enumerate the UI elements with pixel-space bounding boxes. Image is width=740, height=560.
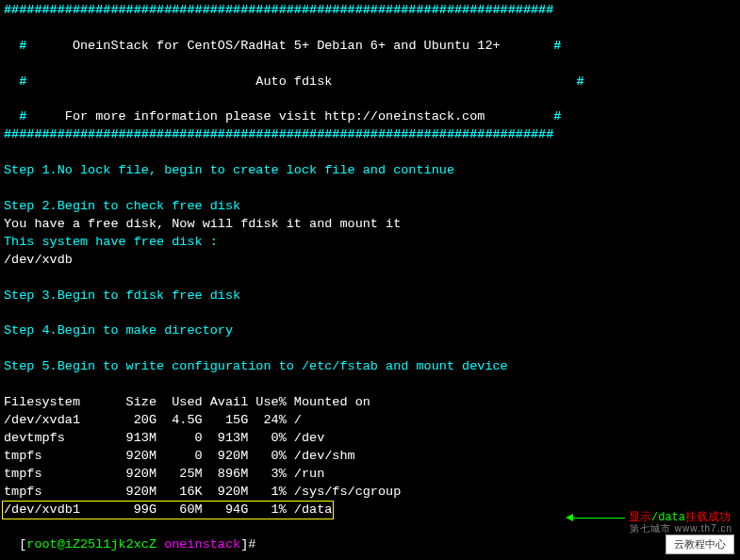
blank-line bbox=[4, 376, 736, 394]
prompt-space bbox=[156, 537, 164, 552]
df-row: tmpfs 920M 25M 896M 3% /run bbox=[4, 466, 736, 484]
df-row: devtmpfs 913M 0 913M 0% /dev bbox=[4, 430, 736, 448]
step-3: Step 3.Begin to fdisk free disk bbox=[4, 288, 736, 305]
header-title-1: OneinStack for CentOS/RadHat 5+ Debian 6… bbox=[73, 39, 501, 53]
prompt-user-host: root@iZ25l1jk2xcZ bbox=[26, 537, 156, 552]
header-hash-left-2: # bbox=[19, 74, 255, 89]
blank-line bbox=[4, 180, 736, 198]
df-row: tmpfs 920M 0 920M 0% /dev/shm bbox=[4, 448, 736, 466]
df-row: /dev/xvda1 20G 4.5G 15G 24% / bbox=[4, 412, 736, 430]
header-title-2: Auto fdisk bbox=[255, 74, 332, 89]
header-border-top: ########################################… bbox=[4, 2, 736, 20]
freedisk-msg: You have a free disk, Now will fdisk it … bbox=[4, 216, 736, 234]
arrow-head-icon bbox=[566, 514, 573, 521]
df-header: Filesystem Size Used Avail Use% Mounted … bbox=[4, 394, 736, 412]
df-row-highlight: /dev/xvdb1 99G 60M 94G 1% /data bbox=[4, 502, 332, 519]
header-hash-left-3: # bbox=[19, 109, 65, 124]
header-border-bottom: ########################################… bbox=[4, 126, 736, 144]
step-4: Step 4.Begin to make directory bbox=[4, 322, 736, 340]
header-hash-right-2: # bbox=[332, 74, 584, 89]
blank-line bbox=[4, 340, 736, 358]
prompt-bracket-close: ]# bbox=[240, 537, 255, 552]
step-5: Step 5.Begin to write configuration to /… bbox=[4, 358, 736, 376]
header-line-2: # Auto fdisk # bbox=[4, 56, 736, 91]
prompt-dir: oneinstack bbox=[164, 537, 240, 552]
header-line-1: # OneinStack for CentOS/RadHat 5+ Debian… bbox=[4, 20, 736, 56]
blank-line bbox=[4, 270, 736, 288]
header-line-3: # For more information please visit http… bbox=[4, 91, 736, 126]
arrow-line bbox=[573, 518, 625, 519]
step-2: Step 2.Begin to check free disk bbox=[4, 198, 736, 216]
df-row-data: /dev/xvdb1 99G 60M 94G 1% /data bbox=[4, 502, 332, 517]
freedisk-have: This system have free disk : bbox=[4, 234, 736, 252]
df-row: tmpfs 920M 16K 920M 1% /sys/fs/cgroup bbox=[4, 484, 736, 502]
step-1: Step 1.No lock file, begin to create loc… bbox=[4, 162, 736, 180]
header-hash-right: # bbox=[501, 39, 562, 53]
blank-line bbox=[4, 144, 736, 162]
header-title-3: For more information please visit http:/… bbox=[65, 109, 485, 124]
freedisk-dev: /dev/xvdb bbox=[4, 252, 736, 270]
header-hash-left: # bbox=[19, 39, 73, 53]
blank-line bbox=[4, 305, 736, 322]
header-hash-right-3: # bbox=[485, 109, 561, 124]
watermark-badge: 云教程中心 bbox=[666, 535, 734, 554]
